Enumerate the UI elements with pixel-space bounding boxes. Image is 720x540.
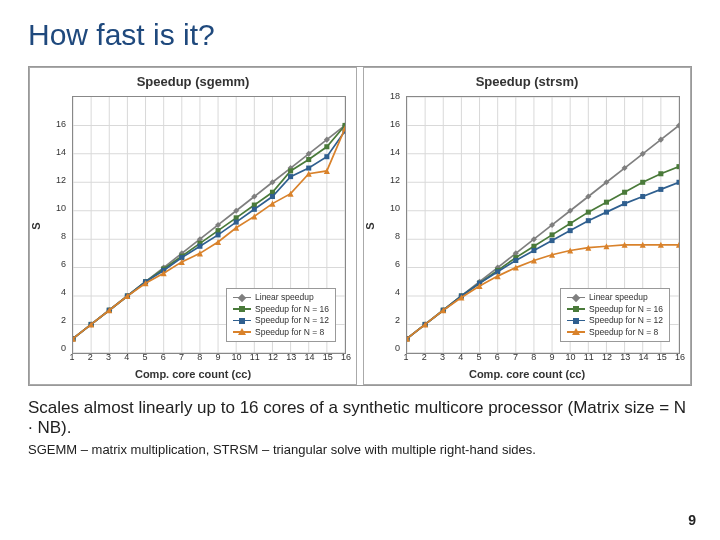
chart-title: Speedup (sgemm) [30,68,356,91]
svg-rect-161 [658,187,663,192]
svg-rect-144 [640,180,645,185]
svg-rect-64 [197,244,202,249]
legend-marker-icon [233,294,251,302]
legend-item: Speedup for N = 12 [567,315,663,326]
legend-label: Speedup for N = 12 [255,315,329,326]
plot-area: Linear speedupSpeedup for N = 16Speedup … [72,96,346,348]
x-axis-label: Comp. core count (cc) [30,368,356,380]
svg-rect-67 [252,207,257,212]
legend-label: Linear speedup [589,292,648,303]
page-number: 9 [688,512,696,528]
svg-rect-55 [324,144,329,149]
legend-marker-icon [233,305,251,313]
svg-rect-140 [568,221,573,226]
legend-item: Speedup for N = 8 [233,327,329,338]
svg-rect-162 [676,180,680,185]
plot-area: Linear speedupSpeedup for N = 16Speedup … [406,96,680,348]
legend-marker-icon [567,294,585,302]
legend-marker-icon [567,317,585,325]
chart-title: Speedup (strsm) [364,68,690,91]
legend-item: Speedup for N = 8 [567,327,663,338]
legend-marker-icon [567,328,585,336]
svg-rect-156 [568,228,573,233]
legend: Linear speedupSpeedup for N = 16Speedup … [226,288,336,342]
legend-label: Speedup for N = 12 [589,315,663,326]
svg-rect-53 [288,168,293,173]
charts-row: Speedup (sgemm)SComp. core count (cc)Lin… [28,66,692,386]
svg-rect-158 [604,210,609,215]
x-ticks: 12345678910111213141516 [406,352,680,364]
svg-rect-139 [550,232,555,237]
svg-rect-159 [622,201,627,206]
svg-rect-154 [531,248,536,253]
svg-rect-68 [270,194,275,199]
svg-rect-65 [216,232,221,237]
svg-rect-143 [622,190,627,195]
legend-label: Speedup for N = 16 [255,304,329,315]
body-text-2: SGEMM – matrix multiplication, STRSM – t… [28,442,692,457]
y-ticks: 0246810121416 [30,96,70,348]
legend-label: Linear speedup [255,292,314,303]
svg-rect-153 [513,258,518,263]
svg-rect-141 [586,210,591,215]
svg-rect-155 [550,238,555,243]
svg-rect-142 [604,200,609,205]
legend-marker-icon [233,328,251,336]
legend: Linear speedupSpeedup for N = 16Speedup … [560,288,670,342]
legend-item: Speedup for N = 16 [233,304,329,315]
svg-rect-157 [586,218,591,223]
legend-item: Speedup for N = 12 [233,315,329,326]
legend-label: Speedup for N = 8 [255,327,324,338]
chart-strsm: Speedup (strsm)SComp. core count (cc)Lin… [363,67,691,385]
legend-marker-icon [567,305,585,313]
legend-item: Linear speedup [567,292,663,303]
legend-marker-icon [233,317,251,325]
body-text-1: Scales almost linearly up to 16 cores of… [28,398,692,438]
slide: How fast is it? Speedup (sgemm)SComp. co… [0,0,720,540]
x-axis-label: Comp. core count (cc) [364,368,690,380]
y-ticks: 024681012141618 [364,96,404,348]
x-ticks: 12345678910111213141516 [72,352,346,364]
legend-item: Linear speedup [233,292,329,303]
svg-rect-146 [676,164,680,169]
legend-item: Speedup for N = 16 [567,304,663,315]
svg-rect-145 [658,171,663,176]
svg-rect-71 [324,154,329,159]
svg-rect-160 [640,194,645,199]
svg-rect-69 [288,174,293,179]
svg-rect-54 [306,157,311,162]
chart-sgemm: Speedup (sgemm)SComp. core count (cc)Lin… [29,67,357,385]
svg-rect-66 [234,220,239,225]
svg-rect-70 [306,166,311,171]
legend-label: Speedup for N = 8 [589,327,658,338]
slide-title: How fast is it? [28,18,692,52]
legend-label: Speedup for N = 16 [589,304,663,315]
